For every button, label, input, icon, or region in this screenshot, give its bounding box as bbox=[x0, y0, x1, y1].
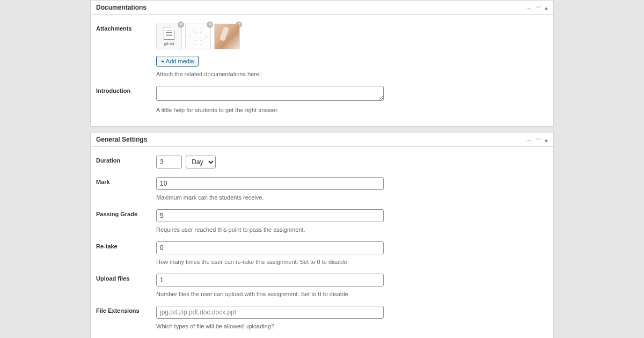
field-content: Which types of file will be allowed uplo… bbox=[156, 306, 548, 329]
helper-text: Which types of file will be allowed uplo… bbox=[156, 323, 548, 329]
retake-field: Re-take How many times the user can re-t… bbox=[96, 238, 548, 270]
field-content: How many times the user can re-take this… bbox=[156, 241, 548, 265]
panel-controls: ︿ ﹀ ▴ bbox=[526, 137, 548, 143]
move-up-icon[interactable]: ︿ bbox=[526, 137, 532, 143]
field-content: Number files the user can upload with th… bbox=[156, 274, 548, 297]
upload-files-field: Upload files Number files the user can u… bbox=[96, 270, 548, 303]
field-content: Requires user reached this point to pass… bbox=[156, 209, 548, 233]
field-content: A little help for students to get the ri… bbox=[156, 86, 548, 113]
add-media-button[interactable]: + Add media bbox=[156, 56, 199, 67]
toggle-icon[interactable]: ▴ bbox=[545, 137, 548, 143]
size-limit-field: Size Limit Set Maximum Attachment size f… bbox=[96, 335, 548, 338]
duration-field: Duration Day(s) bbox=[96, 152, 548, 174]
field-content: Maximum mark can the students receive. bbox=[156, 177, 548, 201]
field-label: Upload files bbox=[96, 274, 156, 297]
panel-controls: ︿ ﹀ ▴ bbox=[526, 5, 548, 11]
mark-field: Mark Maximum mark can the students recei… bbox=[96, 174, 548, 206]
retake-input[interactable] bbox=[156, 241, 384, 254]
field-content: ✕ git.txt ✕ ✕ + Add media Attach the rel… bbox=[156, 24, 548, 77]
move-down-icon[interactable]: ﹀ bbox=[536, 5, 541, 11]
field-label: Passing Grade bbox=[96, 209, 156, 233]
helper-text: Requires user reached this point to pass… bbox=[156, 226, 548, 233]
move-up-icon[interactable]: ︿ bbox=[526, 5, 532, 11]
duration-unit-select[interactable]: Day(s) bbox=[186, 156, 216, 168]
panel-header: General Settings ︿ ﹀ ▴ bbox=[91, 133, 553, 147]
documentations-panel: Documentations ︿ ﹀ ▴ Attachments ✕ git.t… bbox=[90, 0, 554, 127]
attachment-file[interactable]: ✕ git.txt bbox=[156, 24, 182, 49]
diagram-thumbnail bbox=[186, 24, 210, 49]
duration-input[interactable] bbox=[156, 156, 182, 168]
introduction-field: Introduction A little help for students … bbox=[96, 83, 548, 119]
field-label: Introduction bbox=[96, 86, 156, 113]
helper-text: Maximum mark can the students receive. bbox=[156, 194, 548, 201]
mark-input[interactable] bbox=[156, 177, 384, 190]
panel-header: Documentations ︿ ﹀ ▴ bbox=[91, 1, 553, 15]
move-down-icon[interactable]: ﹀ bbox=[536, 137, 541, 143]
helper-text: Attach the related documentations here!. bbox=[156, 71, 548, 77]
field-label: Mark bbox=[96, 177, 156, 201]
remove-icon[interactable]: ✕ bbox=[178, 21, 184, 28]
field-label: File Extensions bbox=[96, 306, 156, 329]
photo-thumbnail bbox=[215, 24, 239, 49]
general-settings-panel: General Settings ︿ ﹀ ▴ Duration Day(s) M… bbox=[90, 132, 554, 338]
passing-grade-field: Passing Grade Requires user reached this… bbox=[96, 206, 548, 238]
upload-files-input[interactable] bbox=[156, 274, 384, 286]
file-extensions-input[interactable] bbox=[156, 306, 384, 319]
file-extensions-field: File Extensions Which types of file will… bbox=[96, 303, 548, 335]
field-label: Re-take bbox=[96, 241, 156, 265]
attachment-filename: git.txt bbox=[164, 41, 174, 46]
toggle-icon[interactable]: ▴ bbox=[545, 5, 548, 11]
field-label: Attachments bbox=[96, 24, 156, 77]
file-icon bbox=[164, 27, 174, 40]
passing-grade-input[interactable] bbox=[156, 209, 384, 222]
helper-text: How many times the user can re-take this… bbox=[156, 259, 548, 265]
panel-body: Attachments ✕ git.txt ✕ ✕ bbox=[91, 15, 553, 126]
panel-body: Duration Day(s) Mark Maximum mark can th… bbox=[91, 147, 553, 338]
field-label: Duration bbox=[96, 156, 156, 168]
introduction-input[interactable] bbox=[156, 86, 384, 101]
panel-title: Documentations bbox=[96, 4, 147, 11]
attachment-diagram[interactable]: ✕ bbox=[185, 24, 211, 49]
field-content: Day(s) bbox=[156, 156, 548, 168]
remove-icon[interactable]: ✕ bbox=[207, 21, 213, 28]
attachments-list: ✕ git.txt ✕ ✕ bbox=[156, 24, 548, 49]
helper-text: A little help for students to get the ri… bbox=[156, 107, 548, 113]
helper-text: Number files the user can upload with th… bbox=[156, 291, 548, 297]
attachments-field: Attachments ✕ git.txt ✕ ✕ bbox=[96, 20, 548, 83]
attachment-photo[interactable]: ✕ bbox=[214, 24, 240, 49]
panel-title: General Settings bbox=[96, 136, 147, 143]
